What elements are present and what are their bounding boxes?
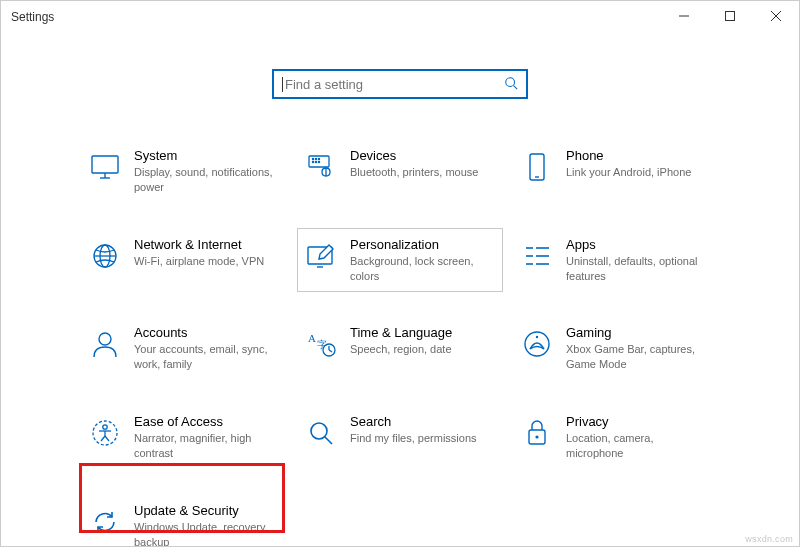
tile-desc: Wi-Fi, airplane mode, VPN	[134, 254, 264, 269]
titlebar: Settings	[1, 1, 799, 31]
svg-point-30	[99, 333, 111, 345]
tile-desc: Xbox Game Bar, captures, Game Mode	[566, 342, 708, 372]
settings-grid: System Display, sound, notifications, po…	[81, 139, 719, 547]
tile-title: Accounts	[134, 325, 276, 340]
tile-personalization[interactable]: Personalization Background, lock screen,…	[297, 228, 503, 293]
tile-accounts[interactable]: Accounts Your accounts, email, sync, wor…	[81, 316, 287, 381]
svg-point-37	[536, 336, 538, 338]
tile-title: Phone	[566, 148, 691, 163]
search-placeholder: Find a setting	[285, 77, 504, 92]
svg-line-5	[514, 85, 518, 89]
tile-title: Personalization	[350, 237, 492, 252]
tile-desc: Your accounts, email, sync, work, family	[134, 342, 276, 372]
tile-desc: Display, sound, notifications, power	[134, 165, 276, 195]
svg-rect-6	[92, 156, 118, 173]
tile-title: Search	[350, 414, 477, 429]
tile-desc: Windows Update, recovery, backup	[134, 520, 276, 547]
personalization-icon	[304, 239, 338, 273]
tile-system[interactable]: System Display, sound, notifications, po…	[81, 139, 287, 204]
tile-title: Update & Security	[134, 503, 276, 518]
tile-desc: Bluetooth, printers, mouse	[350, 165, 478, 180]
tile-title: Devices	[350, 148, 478, 163]
tile-apps[interactable]: Apps Uninstall, defaults, optional featu…	[513, 228, 719, 293]
svg-point-36	[525, 332, 549, 356]
tile-title: Gaming	[566, 325, 708, 340]
gaming-icon	[520, 327, 554, 361]
tile-title: Apps	[566, 237, 708, 252]
svg-line-35	[329, 350, 332, 352]
search-input[interactable]: Find a setting	[272, 69, 528, 99]
tile-title: Network & Internet	[134, 237, 264, 252]
svg-rect-17	[530, 154, 544, 180]
tile-privacy[interactable]: Privacy Location, camera, microphone	[513, 405, 719, 470]
svg-point-39	[103, 425, 107, 429]
svg-point-10	[312, 158, 313, 159]
tile-desc: Narrator, magnifier, high contrast	[134, 431, 276, 461]
phone-icon	[520, 150, 554, 184]
maximize-icon	[725, 11, 735, 21]
tile-search[interactable]: Search Find my files, permissions	[297, 405, 503, 470]
tile-phone[interactable]: Phone Link your Android, iPhone	[513, 139, 719, 204]
maximize-button[interactable]	[707, 1, 753, 31]
tile-update-security[interactable]: Update & Security Windows Update, recove…	[81, 494, 287, 547]
text-caret	[282, 77, 283, 92]
tile-network[interactable]: Network & Internet Wi-Fi, airplane mode,…	[81, 228, 287, 293]
svg-point-47	[535, 435, 538, 438]
svg-line-43	[105, 436, 109, 441]
close-button[interactable]	[753, 1, 799, 31]
accounts-icon	[88, 327, 122, 361]
apps-icon	[520, 239, 554, 273]
search-tile-icon	[304, 416, 338, 450]
svg-text:A: A	[308, 332, 316, 344]
network-icon	[88, 239, 122, 273]
svg-point-44	[311, 423, 327, 439]
tile-gaming[interactable]: Gaming Xbox Game Bar, captures, Game Mod…	[513, 316, 719, 381]
svg-point-15	[318, 161, 319, 162]
ease-of-access-icon	[88, 416, 122, 450]
tile-title: System	[134, 148, 276, 163]
tile-desc: Location, camera, microphone	[566, 431, 708, 461]
minimize-button[interactable]	[661, 1, 707, 31]
update-security-icon	[88, 505, 122, 539]
svg-line-42	[101, 436, 105, 441]
tile-desc: Link your Android, iPhone	[566, 165, 691, 180]
window-title: Settings	[11, 8, 54, 24]
svg-rect-1	[726, 12, 735, 21]
tile-ease-of-access[interactable]: Ease of Access Narrator, magnifier, high…	[81, 405, 287, 470]
svg-point-14	[315, 161, 316, 162]
tile-desc: Speech, region, date	[350, 342, 452, 357]
search-icon	[504, 76, 518, 93]
devices-icon	[304, 150, 338, 184]
search-container: Find a setting	[1, 69, 799, 99]
svg-line-45	[325, 437, 332, 444]
tile-desc: Background, lock screen, colors	[350, 254, 492, 284]
tile-time-language[interactable]: A 字 Time & Language Speech, region, date	[297, 316, 503, 381]
tile-devices[interactable]: Devices Bluetooth, printers, mouse	[297, 139, 503, 204]
tile-desc: Uninstall, defaults, optional features	[566, 254, 708, 284]
privacy-icon	[520, 416, 554, 450]
tile-title: Time & Language	[350, 325, 452, 340]
time-language-icon: A 字	[304, 327, 338, 361]
watermark: wsxdn.com	[745, 534, 793, 544]
svg-point-12	[318, 158, 319, 159]
close-icon	[771, 11, 781, 21]
svg-point-11	[315, 158, 316, 159]
system-icon	[88, 150, 122, 184]
tile-title: Privacy	[566, 414, 708, 429]
tile-desc: Find my files, permissions	[350, 431, 477, 446]
window-controls	[661, 1, 799, 31]
svg-point-13	[312, 161, 313, 162]
minimize-icon	[679, 11, 689, 21]
svg-point-4	[506, 77, 515, 86]
tile-title: Ease of Access	[134, 414, 276, 429]
